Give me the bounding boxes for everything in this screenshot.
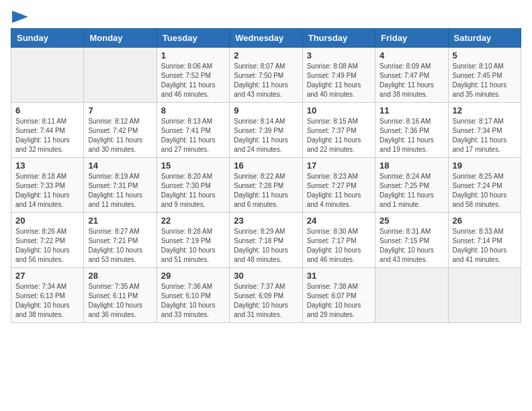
calendar-cell: 17Sunrise: 8:23 AM Sunset: 7:27 PM Dayli… xyxy=(302,158,375,213)
day-number: 14 xyxy=(88,161,152,171)
day-number: 17 xyxy=(307,161,371,171)
weekday-header-row: SundayMondayTuesdayWednesdayThursdayFrid… xyxy=(11,29,521,48)
day-detail: Sunrise: 8:25 AM Sunset: 7:24 PM Dayligh… xyxy=(453,172,517,210)
day-number: 28 xyxy=(88,271,152,281)
day-number: 18 xyxy=(380,161,443,171)
day-number: 10 xyxy=(307,105,371,116)
calendar-cell: 9Sunrise: 8:14 AM Sunset: 7:39 PM Daylig… xyxy=(230,103,302,158)
calendar-cell xyxy=(448,268,521,323)
calendar-cell: 15Sunrise: 8:20 AM Sunset: 7:30 PM Dayli… xyxy=(157,158,229,213)
calendar-cell: 23Sunrise: 8:29 AM Sunset: 7:18 PM Dayli… xyxy=(230,213,302,268)
calendar-cell: 18Sunrise: 8:24 AM Sunset: 7:25 PM Dayli… xyxy=(375,158,448,213)
calendar-cell: 5Sunrise: 8:10 AM Sunset: 7:45 PM Daylig… xyxy=(448,48,521,103)
day-number: 26 xyxy=(453,216,517,226)
weekday-header: Saturday xyxy=(448,29,521,48)
day-detail: Sunrise: 8:33 AM Sunset: 7:14 PM Dayligh… xyxy=(453,227,517,265)
day-number: 19 xyxy=(453,161,517,171)
day-detail: Sunrise: 8:29 AM Sunset: 7:18 PM Dayligh… xyxy=(234,227,298,265)
day-detail: Sunrise: 8:24 AM Sunset: 7:25 PM Dayligh… xyxy=(380,172,443,210)
day-detail: Sunrise: 7:36 AM Sunset: 6:10 PM Dayligh… xyxy=(161,282,225,320)
day-detail: Sunrise: 8:08 AM Sunset: 7:49 PM Dayligh… xyxy=(307,62,371,99)
day-detail: Sunrise: 8:31 AM Sunset: 7:15 PM Dayligh… xyxy=(380,227,443,265)
day-detail: Sunrise: 8:18 AM Sunset: 7:33 PM Dayligh… xyxy=(15,172,79,210)
day-number: 25 xyxy=(380,216,443,226)
logo-icon xyxy=(12,11,28,23)
calendar-week-row: 20Sunrise: 8:26 AM Sunset: 7:22 PM Dayli… xyxy=(11,213,521,268)
day-number: 9 xyxy=(234,105,298,116)
calendar-table: SundayMondayTuesdayWednesdayThursdayFrid… xyxy=(11,28,521,323)
calendar-cell: 28Sunrise: 7:35 AM Sunset: 6:11 PM Dayli… xyxy=(84,268,157,323)
day-detail: Sunrise: 8:19 AM Sunset: 7:31 PM Dayligh… xyxy=(88,172,152,210)
calendar-cell: 16Sunrise: 8:22 AM Sunset: 7:28 PM Dayli… xyxy=(230,158,302,213)
day-number: 20 xyxy=(15,216,79,226)
day-number: 7 xyxy=(88,105,152,116)
calendar-cell xyxy=(11,48,84,103)
day-detail: Sunrise: 8:14 AM Sunset: 7:39 PM Dayligh… xyxy=(234,117,298,154)
calendar-cell: 14Sunrise: 8:19 AM Sunset: 7:31 PM Dayli… xyxy=(84,158,157,213)
calendar-cell: 24Sunrise: 8:30 AM Sunset: 7:17 PM Dayli… xyxy=(302,213,375,268)
day-number: 2 xyxy=(234,50,298,60)
day-detail: Sunrise: 8:20 AM Sunset: 7:30 PM Dayligh… xyxy=(161,172,225,210)
calendar-cell: 31Sunrise: 7:38 AM Sunset: 6:07 PM Dayli… xyxy=(302,268,375,323)
day-number: 22 xyxy=(161,216,225,226)
day-detail: Sunrise: 7:38 AM Sunset: 6:07 PM Dayligh… xyxy=(307,282,371,320)
day-number: 6 xyxy=(15,105,79,116)
day-number: 5 xyxy=(453,50,517,60)
day-number: 29 xyxy=(161,271,225,281)
day-number: 1 xyxy=(161,50,225,60)
calendar-header: SundayMondayTuesdayWednesdayThursdayFrid… xyxy=(11,29,521,48)
calendar-cell: 20Sunrise: 8:26 AM Sunset: 7:22 PM Dayli… xyxy=(11,213,84,268)
day-detail: Sunrise: 8:10 AM Sunset: 7:45 PM Dayligh… xyxy=(453,62,517,99)
calendar-cell: 21Sunrise: 8:27 AM Sunset: 7:21 PM Dayli… xyxy=(84,213,157,268)
calendar-cell: 10Sunrise: 8:15 AM Sunset: 7:37 PM Dayli… xyxy=(302,103,375,158)
day-detail: Sunrise: 7:37 AM Sunset: 6:09 PM Dayligh… xyxy=(234,282,298,320)
weekday-header: Monday xyxy=(84,29,157,48)
day-number: 4 xyxy=(380,50,443,60)
day-detail: Sunrise: 8:07 AM Sunset: 7:50 PM Dayligh… xyxy=(234,62,298,99)
day-number: 12 xyxy=(453,105,517,116)
day-detail: Sunrise: 8:28 AM Sunset: 7:19 PM Dayligh… xyxy=(161,227,225,265)
day-detail: Sunrise: 8:16 AM Sunset: 7:36 PM Dayligh… xyxy=(380,117,443,154)
day-number: 31 xyxy=(307,271,371,281)
calendar-week-row: 1Sunrise: 8:06 AM Sunset: 7:52 PM Daylig… xyxy=(11,48,521,103)
logo xyxy=(11,11,28,20)
calendar-week-row: 13Sunrise: 8:18 AM Sunset: 7:33 PM Dayli… xyxy=(11,158,521,213)
calendar-cell: 29Sunrise: 7:36 AM Sunset: 6:10 PM Dayli… xyxy=(157,268,229,323)
calendar-cell: 22Sunrise: 8:28 AM Sunset: 7:19 PM Dayli… xyxy=(157,213,229,268)
weekday-header: Wednesday xyxy=(230,29,302,48)
calendar-cell: 27Sunrise: 7:34 AM Sunset: 6:13 PM Dayli… xyxy=(11,268,84,323)
day-detail: Sunrise: 8:11 AM Sunset: 7:44 PM Dayligh… xyxy=(15,117,79,154)
day-number: 23 xyxy=(234,216,298,226)
day-detail: Sunrise: 8:30 AM Sunset: 7:17 PM Dayligh… xyxy=(307,227,371,265)
day-detail: Sunrise: 7:35 AM Sunset: 6:11 PM Dayligh… xyxy=(88,282,152,320)
weekday-header: Tuesday xyxy=(157,29,229,48)
calendar-cell: 30Sunrise: 7:37 AM Sunset: 6:09 PM Dayli… xyxy=(230,268,302,323)
day-detail: Sunrise: 8:13 AM Sunset: 7:41 PM Dayligh… xyxy=(161,117,225,154)
weekday-header: Sunday xyxy=(11,29,84,48)
calendar-cell: 26Sunrise: 8:33 AM Sunset: 7:14 PM Dayli… xyxy=(448,213,521,268)
calendar-body: 1Sunrise: 8:06 AM Sunset: 7:52 PM Daylig… xyxy=(11,48,521,323)
day-number: 13 xyxy=(15,161,79,171)
day-detail: Sunrise: 8:26 AM Sunset: 7:22 PM Dayligh… xyxy=(15,227,79,265)
day-number: 24 xyxy=(307,216,371,226)
day-number: 11 xyxy=(380,105,443,116)
calendar-cell: 25Sunrise: 8:31 AM Sunset: 7:15 PM Dayli… xyxy=(375,213,448,268)
day-number: 27 xyxy=(15,271,79,281)
day-detail: Sunrise: 8:27 AM Sunset: 7:21 PM Dayligh… xyxy=(88,227,152,265)
day-number: 3 xyxy=(307,50,371,60)
calendar-cell: 12Sunrise: 8:17 AM Sunset: 7:34 PM Dayli… xyxy=(448,103,521,158)
weekday-header: Friday xyxy=(375,29,448,48)
calendar-cell: 1Sunrise: 8:06 AM Sunset: 7:52 PM Daylig… xyxy=(157,48,229,103)
day-number: 8 xyxy=(161,105,225,116)
day-number: 15 xyxy=(161,161,225,171)
day-number: 21 xyxy=(88,216,152,226)
day-detail: Sunrise: 8:23 AM Sunset: 7:27 PM Dayligh… xyxy=(307,172,371,210)
day-detail: Sunrise: 8:12 AM Sunset: 7:42 PM Dayligh… xyxy=(88,117,152,154)
day-detail: Sunrise: 8:17 AM Sunset: 7:34 PM Dayligh… xyxy=(453,117,517,154)
day-detail: Sunrise: 8:09 AM Sunset: 7:47 PM Dayligh… xyxy=(380,62,443,99)
calendar-cell xyxy=(375,268,448,323)
calendar-cell: 2Sunrise: 8:07 AM Sunset: 7:50 PM Daylig… xyxy=(230,48,302,103)
calendar-cell: 6Sunrise: 8:11 AM Sunset: 7:44 PM Daylig… xyxy=(11,103,84,158)
calendar-cell: 8Sunrise: 8:13 AM Sunset: 7:41 PM Daylig… xyxy=(157,103,229,158)
calendar-cell xyxy=(84,48,157,103)
